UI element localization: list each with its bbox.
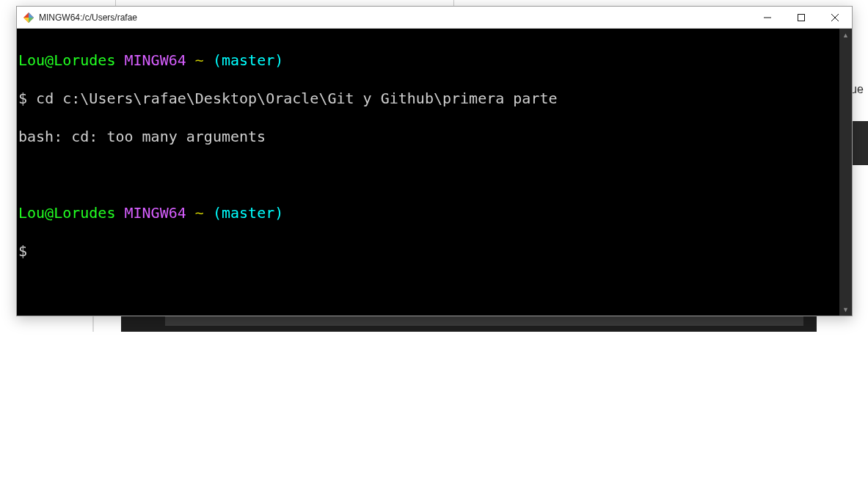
- background-divider: [92, 316, 94, 332]
- prompt-line: Lou@Lorudes MINGW64 ~ (master): [18, 51, 838, 70]
- background-editor-scrollbar: [121, 316, 817, 332]
- svg-rect-5: [798, 14, 805, 21]
- prompt-dollar: $: [18, 242, 27, 260]
- command-text: cd c:\Users\rafae\Desktop\Oracle\Git y G…: [36, 90, 557, 107]
- background-panel: [850, 121, 868, 165]
- terminal-window: MINGW64:/c/Users/rafae Lou@Lorudes MINGW…: [16, 6, 853, 316]
- terminal-content[interactable]: Lou@Lorudes MINGW64 ~ (master) $ cd c:\U…: [17, 29, 839, 316]
- background-window-edge: [115, 0, 454, 6]
- svg-marker-3: [23, 18, 29, 23]
- window-controls: [751, 7, 852, 28]
- output-line: bash: cd: too many arguments: [18, 127, 838, 146]
- prompt-line: Lou@Lorudes MINGW64 ~ (master): [18, 203, 838, 222]
- git-bash-icon: [23, 12, 34, 23]
- blank-line: [18, 165, 838, 184]
- scroll-down-arrow[interactable]: ▼: [839, 303, 852, 316]
- close-button[interactable]: [818, 7, 852, 28]
- minimize-button[interactable]: [751, 7, 784, 28]
- command-line: $ cd c:\Users\rafae\Desktop\Oracle\Git y…: [18, 89, 838, 108]
- svg-marker-1: [29, 12, 34, 18]
- scroll-up-arrow[interactable]: ▲: [839, 29, 852, 41]
- prompt-host: MINGW64: [125, 51, 186, 69]
- background-scroll-thumb: [165, 316, 803, 326]
- terminal-body: Lou@Lorudes MINGW64 ~ (master) $ cd c:\U…: [17, 29, 852, 316]
- titlebar[interactable]: MINGW64:/c/Users/rafae: [17, 7, 852, 29]
- terminal-scrollbar[interactable]: ▲ ▼: [839, 29, 852, 316]
- window-title: MINGW64:/c/Users/rafae: [39, 12, 137, 23]
- prompt-user: Lou@Lorudes: [18, 204, 115, 222]
- prompt-user: Lou@Lorudes: [18, 51, 115, 69]
- prompt-path: ~: [195, 204, 204, 222]
- maximize-button[interactable]: [784, 7, 818, 28]
- prompt-dollar: $: [18, 90, 27, 107]
- command-line: $: [18, 241, 838, 261]
- prompt-branch: (master): [213, 204, 283, 222]
- prompt-path: ~: [195, 51, 204, 69]
- svg-marker-2: [29, 18, 34, 23]
- prompt-branch: (master): [213, 51, 283, 69]
- prompt-host: MINGW64: [125, 204, 186, 222]
